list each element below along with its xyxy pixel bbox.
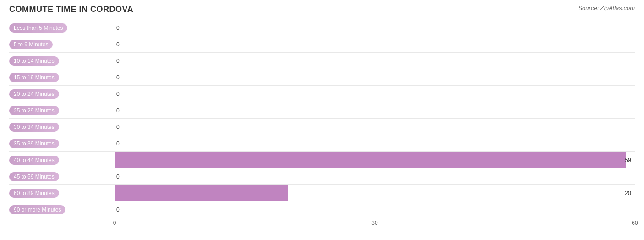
axis-tick: 30 — [371, 220, 377, 226]
axis-row: 03060 — [9, 220, 635, 229]
bar-value-label: 0 — [116, 140, 120, 147]
label-pill: 30 to 34 Minutes — [9, 123, 59, 132]
bar-section: 0 — [115, 135, 635, 151]
chart-area: Less than 5 Minutes05 to 9 Minutes010 to… — [9, 20, 635, 218]
bar-value-label: 59 — [625, 156, 631, 163]
bar-value-label: 20 — [625, 190, 631, 196]
axis-tick: 60 — [632, 220, 638, 226]
label-container: Less than 5 Minutes — [9, 20, 115, 36]
bar-section: 59 — [115, 152, 635, 168]
bar-value-label: 0 — [116, 207, 120, 213]
label-pill: 25 to 29 Minutes — [9, 106, 59, 115]
bar-row: 15 to 19 Minutes0 — [9, 69, 635, 86]
source-label: Source: ZipAtlas.com — [578, 5, 635, 11]
bar-fill — [115, 185, 288, 201]
label-pill: 60 to 89 Minutes — [9, 189, 59, 198]
bar-value-label: 0 — [116, 58, 120, 64]
bar-row: 40 to 44 Minutes59 — [9, 152, 635, 168]
label-pill: 90 or more Minutes — [9, 205, 65, 214]
bar-value-label: 0 — [116, 173, 120, 180]
bar-value-label: 0 — [116, 25, 120, 31]
bar-section: 0 — [115, 119, 635, 135]
label-pill: 5 to 9 Minutes — [9, 40, 53, 49]
bar-section: 0 — [115, 168, 635, 184]
label-pill: 35 to 39 Minutes — [9, 139, 59, 148]
bar-row: 60 to 89 Minutes20 — [9, 185, 635, 201]
bar-value-label: 0 — [116, 41, 120, 48]
bar-row: 90 or more Minutes0 — [9, 201, 635, 218]
label-container: 5 to 9 Minutes — [9, 36, 115, 52]
label-container: 20 to 24 Minutes — [9, 86, 115, 102]
bar-section: 0 — [115, 36, 635, 52]
bar-row: Less than 5 Minutes0 — [9, 20, 635, 36]
bar-row: 20 to 24 Minutes0 — [9, 86, 635, 102]
bar-row: 45 to 59 Minutes0 — [9, 168, 635, 185]
label-pill: 10 to 14 Minutes — [9, 56, 59, 66]
bar-fill — [115, 152, 626, 168]
chart-header: COMMUTE TIME IN CORDOVA Source: ZipAtlas… — [9, 5, 635, 14]
label-container: 15 to 19 Minutes — [9, 69, 115, 85]
page-container: COMMUTE TIME IN CORDOVA Source: ZipAtlas… — [9, 5, 635, 229]
label-container: 60 to 89 Minutes — [9, 185, 115, 201]
label-container: 45 to 59 Minutes — [9, 168, 115, 184]
bar-section: 0 — [115, 20, 635, 36]
label-pill: 15 to 19 Minutes — [9, 73, 59, 82]
axis-tick: 0 — [113, 220, 116, 226]
label-pill: 20 to 24 Minutes — [9, 89, 59, 99]
label-pill: 40 to 44 Minutes — [9, 156, 59, 165]
bar-value-label: 0 — [116, 124, 120, 130]
bar-section: 0 — [115, 53, 635, 69]
label-container: 35 to 39 Minutes — [9, 135, 115, 151]
label-container: 25 to 29 Minutes — [9, 102, 115, 118]
label-container: 90 or more Minutes — [9, 201, 115, 218]
label-container: 10 to 14 Minutes — [9, 53, 115, 69]
bar-value-label: 0 — [116, 74, 120, 81]
bar-row: 30 to 34 Minutes0 — [9, 119, 635, 135]
label-container: 30 to 34 Minutes — [9, 119, 115, 135]
bar-row: 10 to 14 Minutes0 — [9, 53, 635, 69]
bar-row: 25 to 29 Minutes0 — [9, 102, 635, 119]
bar-section: 0 — [115, 201, 635, 218]
bar-value-label: 0 — [116, 91, 120, 97]
bar-section: 0 — [115, 102, 635, 118]
bar-section: 20 — [115, 185, 635, 201]
bar-value-label: 0 — [116, 107, 120, 114]
bar-section: 0 — [115, 86, 635, 102]
label-pill: 45 to 59 Minutes — [9, 172, 59, 181]
bar-row: 35 to 39 Minutes0 — [9, 135, 635, 152]
bar-section: 0 — [115, 69, 635, 85]
bar-row: 5 to 9 Minutes0 — [9, 36, 635, 53]
label-pill: Less than 5 Minutes — [9, 23, 67, 33]
label-container: 40 to 44 Minutes — [9, 152, 115, 168]
chart-title: COMMUTE TIME IN CORDOVA — [9, 5, 133, 14]
axis-labels: 03060 — [115, 220, 635, 229]
